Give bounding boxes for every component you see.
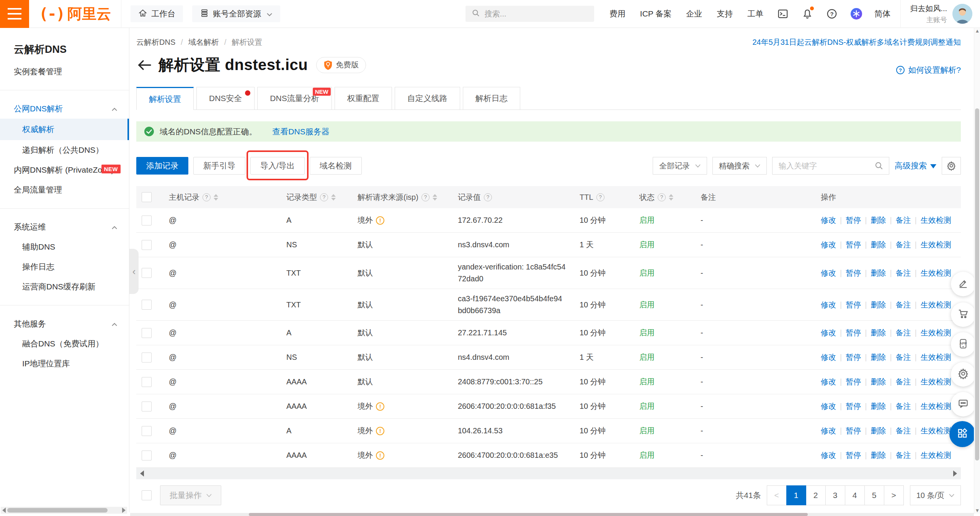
scroll-left-icon[interactable] [2,508,6,513]
vertical-scrollbar[interactable]: ▲ ▼ [974,28,980,514]
op-暂停[interactable]: 暂停 [846,240,861,250]
sidebar-horizontal-scrollbar[interactable] [1,507,127,514]
vertical-scrollbar-thumb[interactable] [975,108,979,460]
breadcrumb-item[interactable]: 域名解析 [188,37,219,47]
op-修改[interactable]: 修改 [821,268,836,278]
select-all-checkbox[interactable] [142,192,152,202]
global-search-input[interactable] [485,10,588,18]
tab-解析设置[interactable]: 解析设置 [136,87,194,110]
op-暂停[interactable]: 暂停 [846,268,861,278]
op-生效检测[interactable]: 生效检测 [921,352,951,363]
sidebar-item[interactable]: 内网DNS解析 (PrivateZone)NEW [0,160,129,180]
workbench-button[interactable]: 工作台 [131,5,183,22]
table-settings-button[interactable] [942,157,961,175]
row-checkbox[interactable] [142,300,152,310]
op-修改[interactable]: 修改 [821,240,836,250]
op-生效检测[interactable]: 生效检测 [921,215,951,225]
warning-icon[interactable]: ! [376,427,384,435]
op-备注[interactable]: 备注 [896,401,911,411]
page-prev[interactable]: < [767,485,787,505]
batch-actions-button[interactable]: 批量操作 [160,485,221,505]
op-修改[interactable]: 修改 [821,300,836,310]
help-icon[interactable]: ? [421,193,430,201]
op-备注[interactable]: 备注 [896,450,911,460]
button-导入/导出[interactable]: 导入/导出 [250,157,305,175]
page-5[interactable]: 5 [864,485,884,505]
console-terminal-icon[interactable] [776,7,789,20]
help-circle-icon[interactable]: ? [825,7,838,20]
back-arrow-icon[interactable] [136,57,153,73]
window-horizontal-scrollbar[interactable] [130,513,974,516]
op-删除[interactable]: 删除 [871,426,886,436]
account-resources-dropdown[interactable]: 账号全部资源 [192,5,280,22]
page-1[interactable]: 1 [786,485,806,505]
fab-app-icon[interactable]: APP [951,332,975,357]
topnav-item-支持[interactable]: 支持 [717,8,733,19]
page-4[interactable]: 4 [845,485,865,505]
sidebar-item[interactable]: 全局流量管理 [0,180,129,200]
op-暂停[interactable]: 暂停 [846,328,861,338]
row-checkbox[interactable] [142,451,152,460]
op-暂停[interactable]: 暂停 [846,352,861,363]
op-修改[interactable]: 修改 [821,377,836,387]
window-scrollbar-thumb[interactable] [249,513,808,516]
op-暂停[interactable]: 暂停 [846,377,861,387]
scroll-left-icon[interactable] [140,470,144,477]
op-备注[interactable]: 备注 [896,377,911,387]
fab-gear-icon[interactable] [951,362,975,387]
page-3[interactable]: 3 [825,485,845,505]
op-生效检测[interactable]: 生效检测 [921,300,951,310]
row-checkbox[interactable] [142,268,152,278]
op-删除[interactable]: 删除 [871,401,886,411]
scroll-right-icon[interactable] [122,508,126,513]
op-删除[interactable]: 删除 [871,328,886,338]
op-备注[interactable]: 备注 [896,268,911,278]
sidebar-item[interactable]: 递归解析（公共DNS） [0,140,129,160]
sidebar-item[interactable]: 实例套餐管理 [0,62,129,82]
button-域名检测[interactable]: 域名检测 [310,157,362,175]
fab-edit-icon[interactable] [951,272,975,296]
sidebar-item[interactable]: 融合DNS（免费试用） [0,334,129,354]
topnav-item-ICP 备案[interactable]: ICP 备案 [640,8,671,19]
keyword-input[interactable] [773,162,889,170]
fab-widgets-icon[interactable] [949,421,975,447]
help-icon[interactable]: ? [658,193,666,201]
scroll-right-icon[interactable] [953,470,957,477]
tab-解析日志[interactable]: 解析日志 [463,87,520,109]
op-暂停[interactable]: 暂停 [846,300,861,310]
ai-assistant-icon[interactable] [850,7,863,20]
search-icon[interactable] [874,161,884,172]
help-icon[interactable]: ? [203,193,211,201]
op-备注[interactable]: 备注 [896,215,911,225]
op-修改[interactable]: 修改 [821,328,836,338]
sort-icon[interactable] [433,194,437,201]
sidebar-item[interactable]: 其他服务 [0,314,129,334]
warning-icon[interactable]: ! [376,451,384,460]
op-删除[interactable]: 删除 [871,450,886,460]
warning-icon[interactable]: ! [376,216,384,225]
how-to-setup-link[interactable]: ? 如何设置解析? [896,65,961,75]
row-checkbox[interactable] [142,377,152,387]
tab-DNS流量分析[interactable]: DNS流量分析NEW [257,87,332,109]
record-scope-select[interactable]: 全部记录 [653,157,707,175]
sidebar-item[interactable]: 操作日志 [0,257,129,277]
op-修改[interactable]: 修改 [821,352,836,363]
topnav-item-工单[interactable]: 工单 [747,8,763,19]
sidebar-item[interactable]: 系统运维 [0,217,129,237]
select-all-checkbox[interactable] [142,490,152,500]
sort-icon[interactable] [669,194,673,201]
op-备注[interactable]: 备注 [896,352,911,363]
op-删除[interactable]: 删除 [871,377,886,387]
op-修改[interactable]: 修改 [821,215,836,225]
sort-icon[interactable] [331,194,336,201]
billing-notice-link[interactable]: 24年5月31日起云解析DNS-权威解析多域名计费规则调整通知 [752,37,961,47]
op-暂停[interactable]: 暂停 [846,401,861,411]
op-删除[interactable]: 删除 [871,300,886,310]
row-checkbox[interactable] [142,216,152,225]
tab-自定义线路[interactable]: 自定义线路 [395,87,460,109]
op-备注[interactable]: 备注 [896,328,911,338]
breadcrumb-item[interactable]: 云解析DNS [136,37,175,47]
op-备注[interactable]: 备注 [896,426,911,436]
row-checkbox[interactable] [142,353,152,363]
op-删除[interactable]: 删除 [871,240,886,250]
